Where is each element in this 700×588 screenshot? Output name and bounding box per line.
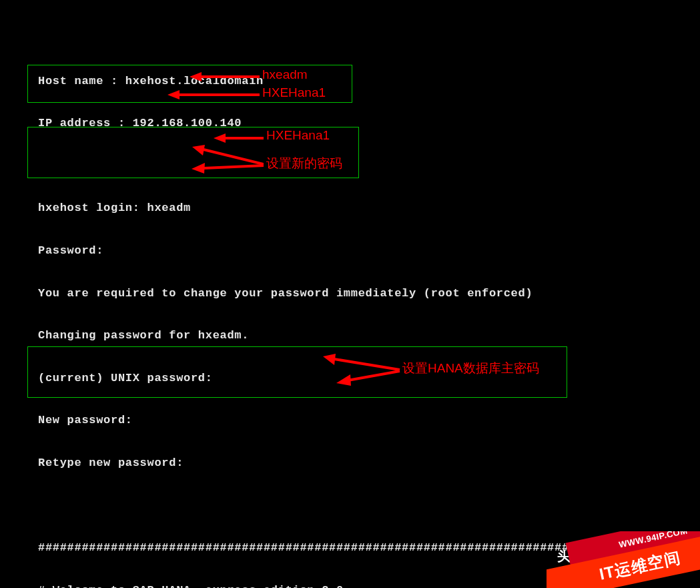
password-prompt: Password:: [0, 244, 700, 258]
welcome-line: # Welcome to SAP HANA, express edition 2…: [0, 583, 700, 588]
changing-password-line: Changing password for hxeadm.: [0, 328, 700, 342]
new-password-line: New password:: [0, 413, 700, 427]
terminal[interactable]: Host name : hxehost.localdomain IP addre…: [0, 0, 700, 588]
highlight-box-hana-password: [27, 346, 567, 398]
login-prompt: hxehost login: hxeadm: [0, 201, 700, 215]
highlight-box-unix-password: [27, 127, 359, 178]
highlight-box-login: [27, 65, 352, 103]
retype-password-line: Retype new password:: [0, 456, 700, 470]
toutiao-label: 头条@: [557, 549, 600, 564]
required-change-line: You are required to change your password…: [0, 286, 700, 300]
